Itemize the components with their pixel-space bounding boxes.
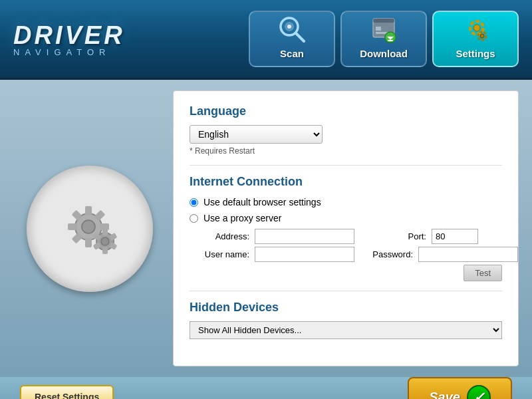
- address-label: Address:: [203, 231, 249, 241]
- scan-icon: [276, 13, 308, 45]
- section-divider-2: [190, 291, 502, 291]
- svg-rect-17: [85, 206, 92, 215]
- svg-rect-5: [373, 19, 394, 23]
- svg-point-3: [287, 25, 291, 29]
- logo-navigator: NAVIGATOR: [13, 47, 249, 57]
- hidden-devices-select[interactable]: Show All Hidden Devices...: [190, 321, 502, 339]
- action-bar: Reset Settings Save ✓: [0, 377, 532, 399]
- internet-section-title: Internet Connection: [190, 175, 502, 189]
- credentials-row: User name: Password:: [203, 247, 502, 262]
- svg-rect-30: [102, 247, 108, 254]
- reset-settings-button[interactable]: Reset Settings: [20, 385, 114, 399]
- requires-restart-text: * Requires Restart: [190, 146, 502, 156]
- radio-proxy-label: Use a proxy server: [203, 213, 281, 223]
- section-divider-1: [190, 165, 502, 166]
- test-button[interactable]: Test: [464, 265, 502, 281]
- svg-rect-21: [85, 238, 92, 247]
- radio-proxy-option: Use a proxy server: [190, 213, 502, 223]
- svg-point-13: [480, 34, 484, 38]
- save-button[interactable]: Save ✓: [408, 377, 512, 399]
- svg-rect-27: [102, 229, 108, 235]
- content-wrapper: Language English French German Spanish *…: [0, 80, 532, 399]
- settings-icon: [460, 13, 491, 45]
- language-select[interactable]: English French German Spanish: [190, 125, 323, 144]
- settings-button[interactable]: Settings: [432, 11, 519, 67]
- settings-label: Settings: [456, 48, 495, 59]
- settings-panel: Language English French German Spanish *…: [173, 90, 519, 366]
- hidden-devices-title: Hidden Devices: [190, 301, 502, 315]
- port-label: Port:: [380, 231, 426, 241]
- password-label: Password:: [366, 249, 413, 259]
- svg-point-16: [82, 220, 95, 233]
- svg-point-26: [101, 237, 109, 245]
- svg-rect-23: [68, 223, 77, 230]
- logo-area: DRIVER NAVIGATOR: [13, 21, 249, 57]
- gears-svg: [32, 170, 148, 287]
- svg-line-2: [296, 33, 304, 41]
- username-label: User name:: [203, 249, 249, 259]
- test-btn-row: Test: [203, 265, 502, 281]
- download-label: Download: [360, 48, 408, 59]
- logo-driver: DRIVER: [13, 21, 249, 50]
- radio-proxy-input[interactable]: [190, 214, 198, 223]
- username-input[interactable]: [255, 247, 354, 262]
- svg-rect-10: [388, 40, 393, 41]
- port-input[interactable]: [432, 229, 478, 244]
- svg-rect-6: [376, 27, 381, 31]
- address-row: Address: Port:: [203, 229, 502, 244]
- gear-circle: [27, 166, 153, 292]
- password-input[interactable]: [418, 247, 518, 262]
- radio-default-input[interactable]: [190, 198, 198, 207]
- left-decoration: [13, 90, 166, 366]
- radio-default-label: Use default browser settings: [203, 197, 321, 207]
- mid-section: Language English French German Spanish *…: [0, 80, 532, 377]
- scan-button[interactable]: Scan: [249, 11, 335, 67]
- scan-label: Scan: [280, 48, 304, 59]
- download-icon: [368, 13, 400, 45]
- nav-buttons: Scan Download: [249, 11, 519, 67]
- address-input[interactable]: [255, 229, 354, 244]
- app-header: DRIVER NAVIGATOR Scan: [0, 0, 532, 80]
- download-button[interactable]: Download: [340, 11, 427, 67]
- svg-point-11: [473, 25, 480, 31]
- radio-default-option: Use default browser settings: [190, 197, 502, 207]
- language-section-title: Language: [190, 104, 502, 118]
- save-label: Save: [429, 390, 460, 400]
- save-checkmark-icon: ✓: [467, 385, 491, 399]
